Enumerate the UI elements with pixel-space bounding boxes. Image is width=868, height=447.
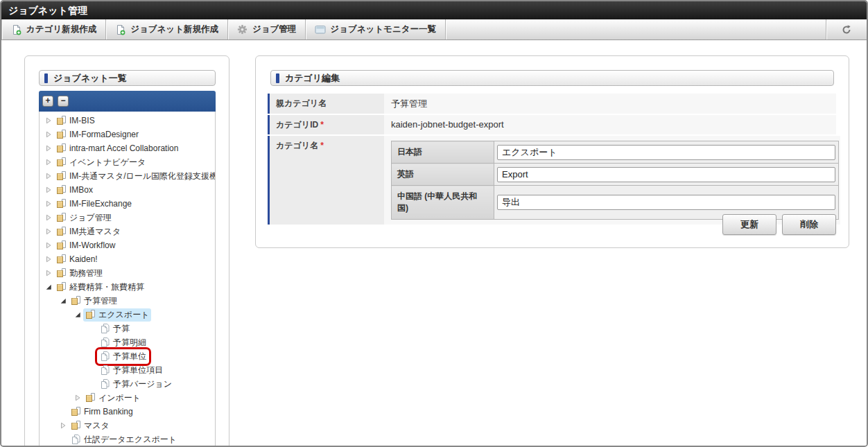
expand-icon[interactable] (43, 241, 54, 249)
tree-item[interactable]: 予算バージョン (40, 377, 215, 391)
tree-item[interactable]: 予算 (40, 322, 215, 335)
document-icon (100, 378, 111, 389)
category-edit-header: カテゴリ編集 (270, 70, 834, 86)
tree-item[interactable]: 予算単位項目 (40, 363, 215, 377)
tree-item-content[interactable]: 経費精算・旅費精算 (54, 281, 146, 294)
tree-item-content[interactable]: 予算 (98, 322, 132, 335)
tree-item[interactable]: IM-共通マスタ/ロール国際化登録支援機 (40, 169, 215, 183)
tree-item[interactable]: 予算単位 (40, 349, 215, 363)
tree-item-label: エクスポート (98, 309, 149, 321)
tree-item-content[interactable]: 予算バージョン (98, 378, 174, 391)
tree-item-content[interactable]: イベントナビゲータ (54, 156, 148, 169)
tree-item-content[interactable]: 予算単位 (98, 350, 148, 363)
tree-item[interactable]: 予算明細 (40, 335, 215, 349)
folder-icon (85, 309, 96, 320)
locale-row: 日本語 (392, 141, 839, 164)
locale-row: 英語 (392, 164, 839, 186)
expand-icon[interactable] (43, 144, 54, 152)
tree-item-content[interactable]: IM-共通マスタ/ロール国際化登録支援機 (54, 170, 216, 183)
collapse-icon[interactable] (43, 283, 54, 291)
expand-icon[interactable] (43, 213, 54, 222)
tree-item[interactable]: IM-Workflow (40, 238, 215, 252)
tree-item-content[interactable]: Firm Banking (69, 405, 135, 418)
tree-item[interactable]: IM共通マスタ (40, 225, 215, 238)
expand-icon[interactable] (72, 394, 83, 402)
expander-spacer (87, 380, 98, 388)
tree-item[interactable]: IM-FileExchange (40, 197, 215, 211)
tree-item[interactable]: 予算管理 (40, 294, 215, 308)
tree-item-content[interactable]: エクスポート (83, 308, 151, 322)
tree-item-content[interactable]: マスタ (69, 419, 112, 432)
tree-item-label: IM-FileExchange (69, 199, 132, 209)
tree-item[interactable]: 勤務管理 (40, 266, 215, 280)
expand-icon[interactable] (43, 172, 54, 180)
tree-item[interactable]: IM-FormaDesigner (40, 128, 215, 141)
tree-item[interactable]: Kaiden! (40, 252, 215, 266)
tree-item-content[interactable]: IM-BIS (54, 114, 97, 127)
expand-icon[interactable] (43, 200, 54, 208)
tree-item-content[interactable]: 予算管理 (69, 295, 119, 308)
tree-item-label: 予算 (113, 323, 130, 335)
tree-item[interactable]: 仕訳データエクスポート (40, 432, 215, 446)
form-label: カテゴリID* (268, 115, 384, 134)
tree-item-label: 勤務管理 (69, 268, 103, 279)
tree-item-content[interactable]: intra-mart Accel Collaboration (54, 142, 180, 155)
tree-item[interactable]: Firm Banking (40, 405, 215, 419)
tree-item-content[interactable]: 予算明細 (98, 336, 148, 349)
tree-toolbar: + − (39, 91, 216, 112)
tree-item-content[interactable]: IMBox (54, 184, 95, 196)
expand-icon[interactable] (43, 186, 54, 194)
tree-item-label: intra-mart Accel Collaboration (69, 143, 178, 153)
tree-item-content[interactable]: IM-FileExchange (54, 198, 134, 210)
tree-item-content[interactable]: Kaiden! (54, 253, 100, 265)
tree-item-label: イベントナビゲータ (69, 157, 146, 168)
tree-item[interactable]: IM-BIS (40, 114, 215, 128)
tree-item-label: 予算単位項目 (113, 365, 163, 376)
refresh-button[interactable] (826, 19, 867, 40)
locale-input[interactable] (497, 145, 835, 160)
expand-icon[interactable] (43, 269, 54, 277)
tree-item-content[interactable]: インポート (83, 392, 143, 405)
tree-item[interactable]: エクスポート (40, 308, 215, 322)
update-button[interactable]: 更新 (722, 214, 776, 235)
category-name-label: カテゴリ名* (268, 136, 384, 225)
tree-item[interactable]: マスタ (40, 419, 215, 432)
expand-icon[interactable] (43, 116, 54, 125)
collapse-icon[interactable] (72, 310, 83, 319)
tree-item[interactable]: intra-mart Accel Collaboration (40, 141, 215, 155)
tree-item-label: Kaiden! (69, 254, 98, 264)
toolbar-button[interactable]: ジョブネット新規作成 (106, 19, 227, 40)
locale-input[interactable] (497, 167, 835, 182)
tree-item[interactable]: ジョブ管理 (40, 211, 215, 225)
tree-item-content[interactable]: 予算単位項目 (98, 364, 165, 377)
expand-icon[interactable] (43, 130, 54, 139)
tree-item-content[interactable]: IM共通マスタ (54, 225, 123, 238)
delete-button[interactable]: 削除 (782, 214, 836, 235)
toolbar-button[interactable]: ジョブネットモニター一覧 (306, 19, 445, 40)
tree-item-content[interactable]: 仕訳データエクスポート (69, 433, 179, 446)
tree-item[interactable]: インポート (40, 391, 215, 405)
collapse-all-button[interactable]: − (58, 96, 69, 107)
expand-icon[interactable] (43, 158, 54, 166)
expand-icon[interactable] (58, 421, 69, 430)
tree-item[interactable]: 経費精算・旅費精算 (40, 280, 215, 294)
tree-item-content[interactable]: 勤務管理 (54, 267, 105, 280)
tree-item[interactable]: IMBox (40, 183, 215, 197)
tree-item-content[interactable]: IM-FormaDesigner (54, 128, 141, 141)
collapse-icon[interactable] (58, 297, 69, 305)
expand-icon[interactable] (43, 255, 54, 263)
folder-icon (56, 157, 67, 168)
folder-icon (56, 115, 67, 126)
toolbar-button[interactable]: カテゴリ新規作成 (2, 19, 105, 40)
folder-icon (56, 129, 67, 140)
folder-icon (71, 406, 82, 417)
expand-all-button[interactable]: + (42, 96, 53, 107)
locale-label: 中国語 (中華人民共和国) (392, 186, 494, 220)
tree-item[interactable]: イベントナビゲータ (40, 155, 215, 169)
tree-item-content[interactable]: IM-Workflow (54, 239, 117, 252)
tree-item-content[interactable]: ジョブ管理 (54, 211, 114, 225)
locale-input[interactable] (497, 195, 835, 210)
category-edit-form: 親カテゴリ名* 予算管理 カテゴリID* kaiden-jobnet-budge… (268, 94, 836, 226)
expand-icon[interactable] (43, 227, 54, 236)
toolbar-button[interactable]: ジョブ管理 (228, 19, 305, 40)
